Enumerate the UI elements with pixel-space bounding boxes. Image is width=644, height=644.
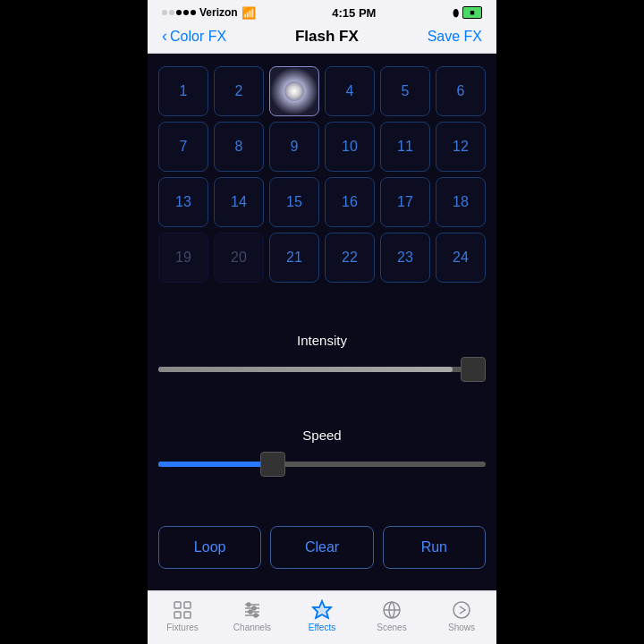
fx-cell-6[interactable]: 6 (436, 66, 486, 116)
shows-tab-label: Shows (448, 623, 475, 632)
fx-cell-17[interactable]: 17 (380, 177, 430, 227)
fx-cell-23[interactable]: 23 (380, 233, 430, 283)
speed-label: Speed (302, 428, 341, 443)
fx-cell-2[interactable]: 2 (214, 66, 264, 116)
fx-cell-11[interactable]: 11 (380, 122, 430, 172)
channels-icon (242, 599, 263, 621)
intensity-thumb[interactable] (461, 357, 486, 382)
tab-effects[interactable]: Effects (287, 599, 357, 632)
battery-icon: ■ (462, 6, 482, 19)
loop-button[interactable]: Loop (158, 526, 261, 569)
fx-cell-21[interactable]: 21 (269, 233, 319, 283)
fx-grid: 12456789101112131415161718192021222324 (158, 66, 486, 283)
chevron-left-icon: ‹ (162, 27, 167, 46)
intensity-label: Intensity (297, 333, 347, 348)
tab-channels[interactable]: Channels (217, 599, 287, 632)
bluetooth-icon: ⬮ (453, 7, 459, 19)
signal-dot-1 (162, 10, 167, 15)
fx-cell-19[interactable]: 19 (158, 233, 208, 283)
clear-button[interactable]: Clear (270, 526, 373, 569)
fx-cell-5[interactable]: 5 (380, 66, 430, 116)
effects-icon (311, 599, 333, 621)
main-content: 12456789101112131415161718192021222324 I… (148, 54, 496, 590)
svg-rect-0 (174, 602, 181, 608)
fx-cell-18[interactable]: 18 (436, 177, 486, 227)
run-button[interactable]: Run (383, 526, 486, 569)
scenes-tab-label: Scenes (377, 623, 406, 632)
fixtures-tab-label: Fixtures (166, 623, 199, 632)
tab-scenes[interactable]: Scenes (357, 599, 427, 632)
svg-point-11 (254, 614, 258, 617)
scenes-icon (381, 599, 402, 621)
save-fx-button[interactable]: Save FX (428, 29, 482, 45)
page-title: Flash FX (295, 28, 359, 46)
tab-fixtures[interactable]: Fixtures (148, 599, 217, 632)
svg-point-16 (453, 602, 470, 618)
fx-cell-20[interactable]: 20 (214, 233, 264, 283)
fx-cell-7[interactable]: 7 (158, 122, 208, 172)
fx-cell-15[interactable]: 15 (269, 177, 319, 227)
speed-slider[interactable] (158, 452, 486, 477)
tab-bar: Fixtures Channels Effects (148, 590, 496, 644)
channels-tab-label: Channels (233, 623, 271, 632)
fx-cell-9[interactable]: 9 (269, 122, 319, 172)
speed-fill (158, 462, 273, 467)
fx-cell-13[interactable]: 13 (158, 177, 208, 227)
status-time: 4:15 PM (332, 6, 376, 20)
fx-cell-24[interactable]: 24 (436, 233, 486, 283)
svg-rect-2 (174, 612, 181, 618)
signal-dot-3 (176, 10, 182, 15)
effects-tab-label: Effects (309, 623, 335, 632)
intensity-track (158, 367, 486, 372)
speed-thumb[interactable] (260, 452, 285, 477)
bottom-buttons: Loop Clear Run (158, 517, 486, 578)
fx-cell-10[interactable]: 10 (325, 122, 375, 172)
status-bar: Verizon 📶 4:15 PM ⬮ ■ (148, 0, 496, 21)
fx-cell-8[interactable]: 8 (214, 122, 264, 172)
signal-dot-2 (169, 10, 174, 15)
fx-cell-12[interactable]: 12 (436, 122, 486, 172)
speed-slider-group: Speed (158, 428, 486, 477)
svg-point-10 (249, 610, 252, 614)
fx-cell-3[interactable] (269, 66, 319, 116)
fx-cell-22[interactable]: 22 (325, 233, 375, 283)
carrier-label: Verizon (199, 6, 238, 19)
svg-point-9 (252, 606, 256, 610)
status-right: ⬮ ■ (453, 6, 482, 19)
signal-dots (162, 10, 196, 15)
svg-marker-13 (313, 601, 331, 618)
signal-dot-4 (183, 10, 189, 15)
wifi-icon: 📶 (242, 6, 256, 20)
fixtures-icon (172, 599, 193, 621)
tab-shows[interactable]: Shows (427, 599, 496, 632)
intensity-slider-group: Intensity (158, 333, 486, 382)
fx-cell-16[interactable]: 16 (325, 177, 375, 227)
back-button[interactable]: ‹ Color FX (162, 27, 226, 46)
controls-section: Intensity Speed (158, 301, 486, 508)
fx-cell-14[interactable]: 14 (214, 177, 264, 227)
back-label: Color FX (170, 29, 226, 45)
shows-icon (451, 599, 472, 621)
fx-cell-4[interactable]: 4 (325, 66, 375, 116)
fx-cell-1[interactable]: 1 (158, 66, 208, 116)
intensity-fill (158, 367, 453, 372)
status-left: Verizon 📶 (162, 6, 256, 20)
svg-rect-3 (184, 612, 191, 618)
phone-frame: Verizon 📶 4:15 PM ⬮ ■ ‹ Color FX Flash F… (148, 0, 496, 644)
svg-rect-1 (184, 602, 191, 608)
signal-dot-5 (191, 10, 196, 15)
svg-point-8 (247, 603, 250, 606)
nav-bar: ‹ Color FX Flash FX Save FX (148, 21, 496, 54)
intensity-slider[interactable] (158, 357, 486, 382)
speed-track (158, 462, 486, 467)
